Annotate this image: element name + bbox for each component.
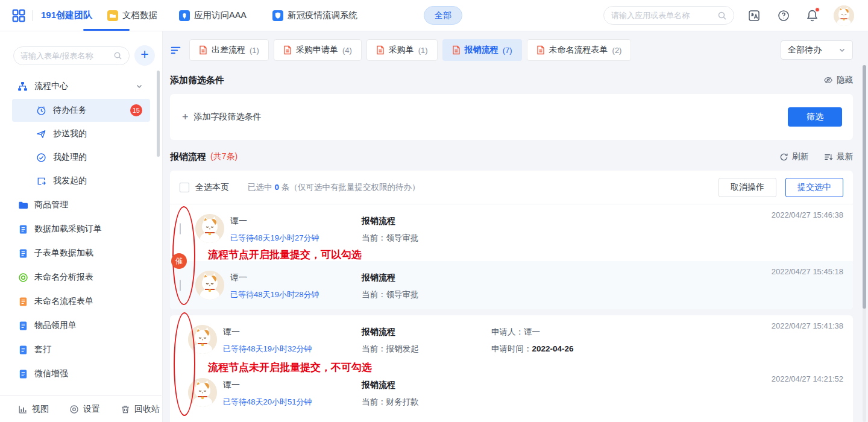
hide-label: 隐藏 — [837, 75, 853, 86]
active-tab-underline — [83, 29, 130, 31]
sidebar-item-unnamed-flow-form[interactable]: 未命名流程表单 — [0, 289, 162, 313]
annotation-cannot-check: 流程节点未开启批量提交，不可勾选 — [208, 361, 372, 374]
tab-purchase-request[interactable]: 采购申请单 (4) — [274, 39, 362, 61]
refresh-button[interactable]: 刷新 — [779, 151, 808, 162]
applicant-name: 谭一 — [230, 216, 362, 227]
sidebar-item-subform-data-load[interactable]: 子表单数据加载 — [0, 241, 162, 265]
sidebar-item-started-by-me[interactable]: 我发起的 — [12, 169, 150, 192]
sidebar-item-supplies-form[interactable]: 物品领用单 — [0, 313, 162, 338]
tab-count: (2) — [612, 46, 622, 55]
task-row[interactable]: 谭一 已等待48天19小时28分钟 报销流程 当前：领导审批 2022/04/2… — [170, 261, 853, 309]
recycle-label: 回收站 — [134, 404, 160, 415]
covid-app-icon — [272, 10, 283, 21]
views-button[interactable]: 视图 — [18, 404, 49, 415]
search-icon[interactable] — [113, 51, 122, 60]
tab-reimbursement-flow[interactable]: 报销流程 (7) — [442, 39, 522, 61]
row-checkbox[interactable] — [180, 223, 181, 235]
all-apps-pill[interactable]: 全部 — [424, 6, 462, 25]
sort-latest-button[interactable]: 最新 — [824, 151, 853, 162]
wait-duration: 已等待48天19小时32分钟 — [223, 344, 362, 354]
tab-unnamed-flow-form[interactable]: 未命名流程表单 (2) — [527, 39, 632, 61]
avatar — [195, 271, 224, 300]
applicant-name: 谭一 — [223, 327, 362, 338]
tab-label: 文档数据 — [122, 10, 157, 21]
flow-name: 报销流程 — [362, 380, 491, 391]
row-timestamp: 2022/04/27 14:21:52 — [772, 374, 843, 383]
filter-list-icon[interactable] — [170, 45, 181, 56]
sidebar-search[interactable] — [13, 46, 130, 65]
apps-grid-icon[interactable] — [12, 9, 25, 22]
row-checkbox[interactable] — [180, 280, 181, 291]
add-form-button[interactable]: + — [134, 45, 155, 66]
notification-bell-icon[interactable] — [806, 9, 819, 22]
sidebar-item-wechat-enhance[interactable]: 微信增强 — [0, 362, 162, 386]
urge-badge[interactable]: 催 — [171, 253, 187, 269]
tab-purchase-order[interactable]: 采购单 (1) — [366, 39, 438, 61]
select-all-checkbox[interactable] — [180, 183, 189, 192]
wait-duration: 已等待48天19小时28分钟 — [230, 289, 362, 300]
plus-icon: + — [182, 113, 189, 121]
document-icon — [18, 297, 28, 307]
row-timestamp: 2022/04/27 15:41:38 — [772, 321, 843, 330]
sidebar-item-product-mgmt[interactable]: 商品管理 — [0, 193, 162, 217]
translate-icon[interactable] — [747, 9, 761, 22]
help-icon[interactable] — [777, 9, 790, 22]
topbar-search-input[interactable] — [611, 11, 717, 20]
tab-count: (1) — [418, 46, 428, 55]
tab-app-access[interactable]: 应用访问AAA — [179, 0, 247, 31]
views-label: 视图 — [32, 404, 49, 415]
selected-count: 0 — [275, 183, 280, 192]
selection-bar: 全选本页 已选中0条（仅可选中有批量提交权限的待办） 取消操作 提交选中 — [170, 171, 853, 204]
tab-business-trip-flow[interactable]: 出差流程 (1) — [189, 39, 269, 61]
todo-scope-select[interactable]: 全部待办 — [781, 40, 853, 60]
item-label: 我处理的 — [53, 152, 87, 163]
sidebar-scrollbar[interactable] — [157, 71, 160, 157]
filter-submit-button[interactable]: 筛选 — [788, 107, 842, 127]
avatar — [188, 378, 217, 407]
document-icon — [18, 248, 28, 259]
sidebar-item-handled-by-me[interactable]: 我处理的 — [12, 146, 150, 169]
add-field-filter-button[interactable]: + 添加字段筛选条件 — [182, 112, 262, 122]
item-label: 商品管理 — [34, 200, 68, 210]
submit-selected-button[interactable]: 提交选中 — [785, 178, 843, 197]
selected-info: 已选中0条（仅可选中有批量提交权限的待办） — [248, 182, 420, 193]
search-icon[interactable] — [717, 11, 727, 20]
item-label: 抄送我的 — [53, 128, 87, 139]
trash-icon — [121, 405, 130, 414]
sidebar-item-unnamed-report[interactable]: 未命名分析报表 — [0, 265, 162, 289]
recycle-bin-button[interactable]: 回收站 — [121, 404, 160, 415]
chevron-down-icon[interactable] — [136, 83, 143, 90]
tab-doc-data[interactable]: 文档数据 — [107, 0, 157, 31]
filter-section-title: 添加筛选条件 — [170, 75, 224, 86]
topbar-search[interactable] — [603, 6, 734, 25]
sidebar-group-flow-center[interactable]: 流程中心 — [0, 74, 162, 98]
gear-icon — [69, 405, 79, 414]
sidebar-search-input[interactable] — [20, 51, 113, 60]
settings-button[interactable]: 设置 — [69, 404, 100, 415]
item-label: 我发起的 — [53, 175, 87, 186]
topbar: 191创建团队 文档数据 应用访问AAA 新冠疫情流调系统 全部 — [0, 0, 868, 31]
cancel-operation-button[interactable]: 取消操作 — [719, 178, 776, 197]
bar-chart-icon — [18, 405, 28, 414]
tab-covid-system[interactable]: 新冠疫情流调系统 — [272, 0, 357, 31]
user-avatar[interactable] — [834, 5, 854, 26]
select-all-label[interactable]: 全选本页 — [195, 182, 229, 193]
sidebar-item-data-load-po[interactable]: 数据加载采购订单 — [0, 217, 162, 241]
item-label: 数据加载采购订单 — [34, 224, 102, 235]
scrollbar-thumb[interactable] — [863, 65, 866, 309]
apply-time-field: 申请时间：2022-04-26 — [491, 344, 843, 354]
current-node: 当前：报销发起 — [362, 344, 491, 354]
hide-filter-button[interactable]: 隐藏 — [823, 75, 853, 86]
sidebar-item-todo-tasks[interactable]: 待办任务 15 — [12, 99, 150, 122]
tab-label: 未命名流程表单 — [549, 45, 608, 55]
sidebar-item-cc-to-me[interactable]: 抄送我的 — [12, 122, 150, 145]
sidebar-item-print-template[interactable]: 套打 — [0, 338, 162, 362]
form-doc-icon — [536, 45, 545, 55]
report-target-icon — [18, 272, 28, 283]
team-name[interactable]: 191创建团队 — [41, 10, 92, 21]
flow-name: 报销流程 — [362, 216, 491, 227]
main-scrollbar[interactable] — [863, 65, 866, 422]
document-icon — [18, 224, 28, 235]
task-row[interactable]: 谭一 已等待48天20小时51分钟 报销流程 当前：财务打款 2022/04/2… — [170, 368, 853, 422]
flow-name: 报销流程 — [362, 272, 491, 283]
